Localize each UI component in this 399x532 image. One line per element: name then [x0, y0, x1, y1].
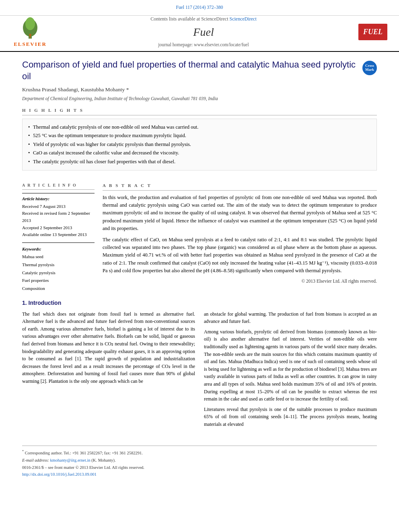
- divider: [22, 242, 95, 243]
- footer-issn: 0016-2361/$ – see front matter © 2013 El…: [22, 465, 377, 471]
- history-title: Article history:: [22, 196, 95, 202]
- highlights-list: Thermal and catalytic pyrolysis of one n…: [28, 123, 371, 166]
- intro-paragraph: The fuel which does not originate from f…: [22, 310, 195, 385]
- intro-col-right: an obstacle for global warming. The prod…: [204, 310, 377, 431]
- received-date: Received 7 August 2013: [22, 203, 95, 210]
- elsevier-tree-icon: [14, 16, 46, 40]
- intro-paragraph: Among various biofuels, pyrolytic oil de…: [204, 328, 377, 403]
- fuel-badge: FUEL: [358, 24, 387, 40]
- intro-paragraph: an obstacle for global warming. The prod…: [204, 310, 377, 325]
- copyright-line: © 2013 Elsevier Ltd. All rights reserved…: [103, 278, 377, 284]
- journal-right: FUEL: [355, 24, 391, 40]
- authors: Krushna Prasad Shadangi, Kaustubha Mohan…: [22, 86, 377, 94]
- keywords: Keywords: Mahua seed Thermal pyrolysis C…: [22, 246, 95, 293]
- keyword: Mahua seed: [22, 253, 95, 261]
- article-title: Comparison of yield and fuel properties …: [22, 59, 377, 82]
- sciencedirect-link[interactable]: ScienceDirect: [229, 16, 256, 22]
- journal-center: Contents lists available at ScienceDirec…: [52, 16, 355, 48]
- list-item: The catalytic pyrolytic oil has closer f…: [28, 158, 371, 166]
- accepted-date: Accepted 2 September 2013: [22, 224, 95, 232]
- keyword: Composition: [22, 285, 95, 293]
- revised-date: Received in revised form 2 September 201…: [22, 210, 95, 224]
- introduction-section: 1. Introduction The fuel which does not …: [22, 299, 377, 431]
- intro-col-left: The fuel which does not originate from f…: [22, 310, 195, 431]
- abstract-paragraph-2: The catalytic effect of CaO, on Mahua se…: [103, 236, 377, 275]
- highlights-box: Thermal and catalytic pyrolysis of one n…: [22, 119, 377, 171]
- elsevier-text: ELSEVIER: [14, 41, 47, 48]
- article-info-label: A R T I C L E I N F O: [22, 183, 95, 190]
- abstract-paragraph-1: In this work, the production and evaluat…: [103, 194, 377, 233]
- sciencedirect-line: Contents lists available at ScienceDirec…: [52, 16, 355, 23]
- available-date: Available online 13 September 2013: [22, 231, 95, 238]
- divider: [22, 193, 95, 193]
- keyword: Thermal pyrolysis: [22, 261, 95, 269]
- footer-doi[interactable]: http://dx.doi.org/10.1016/j.fuel.2013.09…: [22, 472, 377, 478]
- list-item: Thermal and catalytic pyrolysis of one n…: [28, 123, 371, 132]
- article-info-abstract: A R T I C L E I N F O Article history: R…: [22, 177, 377, 293]
- main-content: CrossMark Comparison of yield and fuel p…: [0, 52, 399, 438]
- footer-email: E-mail address: kmohanty@iitg.ernet.in (…: [22, 458, 377, 464]
- journal-title: Fuel: [52, 24, 355, 40]
- intro-columns: The fuel which does not originate from f…: [22, 310, 377, 431]
- list-item: 525 °C was the optimum temperature to pr…: [28, 131, 371, 140]
- svg-point-3: [29, 34, 31, 36]
- affiliation: Department of Chemical Engineering, Indi…: [22, 95, 377, 102]
- svg-point-2: [25, 17, 35, 30]
- intro-title: 1. Introduction: [22, 299, 377, 307]
- highlights-label: H I G H L I G H T S: [22, 107, 377, 115]
- list-item: CaO as catalyst increased the calorific …: [28, 149, 371, 158]
- intro-paragraph: Literatures reveal that pyrolysis is one…: [204, 406, 377, 428]
- keyword: Catalytic pyrolysis: [22, 269, 95, 277]
- elsevier-logo: ELSEVIER: [8, 16, 52, 48]
- page-footer: * Corresponding author. Tel.: +91 361 25…: [22, 446, 377, 478]
- article-history: Article history: Received 7 August 2013 …: [22, 196, 95, 238]
- doi-link[interactable]: http://dx.doi.org/10.1016/j.fuel.2013.09…: [22, 472, 97, 477]
- keyword: Fuel properties: [22, 277, 95, 285]
- doi-line: Fuel 117 (2014) 372–380: [8, 4, 391, 10]
- journal-header: Fuel 117 (2014) 372–380: [0, 0, 399, 16]
- journal-homepage: journal homepage: www.elsevier.com/locat…: [52, 41, 355, 48]
- keywords-title: Keywords:: [22, 246, 95, 252]
- abstract: A B S T R A C T In this work, the produc…: [103, 177, 377, 293]
- article-info: A R T I C L E I N F O Article history: R…: [22, 177, 95, 293]
- footer-footnote: * Corresponding author. Tel.: +91 361 25…: [22, 449, 377, 456]
- crossmark-badge: CrossMark: [362, 61, 377, 75]
- list-item: Yield of pyrolytic oil was higher for ca…: [28, 140, 371, 149]
- footer-email-address: kmohanty@iitg.ernet.in: [50, 458, 90, 462]
- abstract-label: A B S T R A C T: [103, 183, 377, 190]
